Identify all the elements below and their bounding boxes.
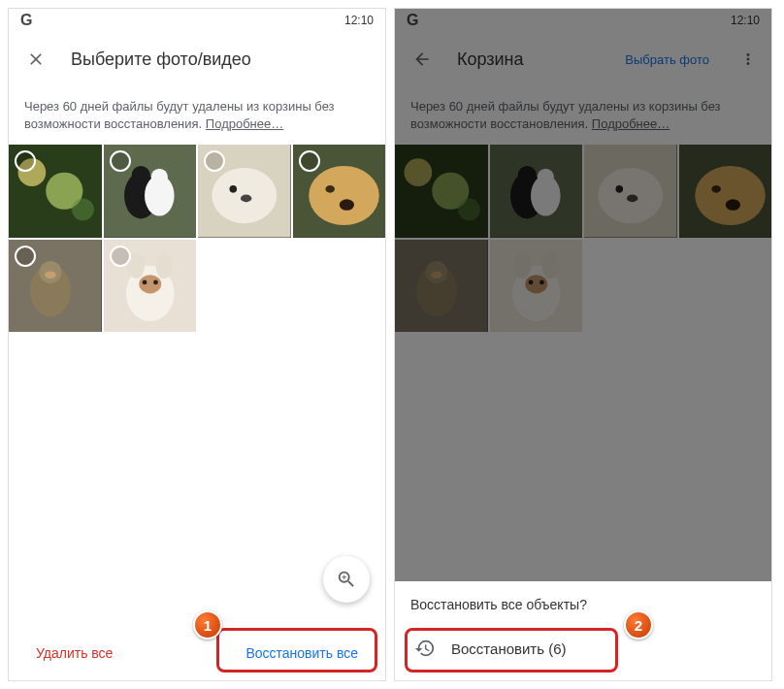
google-logo: G xyxy=(20,12,32,29)
selection-circle-icon xyxy=(15,246,36,267)
close-icon[interactable] xyxy=(16,40,55,79)
svg-point-14 xyxy=(309,166,379,225)
page-title: Выберите фото/видео xyxy=(71,49,377,70)
status-bar: G 12:10 xyxy=(9,9,385,32)
svg-point-12 xyxy=(241,195,251,203)
svg-point-8 xyxy=(150,169,167,185)
thumb-1[interactable] xyxy=(9,145,102,238)
selection-circle-icon xyxy=(110,246,131,267)
sheet-title: Восстановить все объекты? xyxy=(410,597,756,612)
svg-point-11 xyxy=(229,185,237,193)
restore-icon xyxy=(414,638,436,659)
restore-action-label: Восстановить (6) xyxy=(451,640,567,657)
svg-point-24 xyxy=(155,252,172,279)
restore-action[interactable]: Восстановить (6) xyxy=(410,628,756,669)
annotation-badge-1: 1 xyxy=(193,610,222,640)
header: Выберите фото/видео xyxy=(9,32,385,86)
bottom-sheet: Восстановить все объекты? Восстановить (… xyxy=(395,581,771,680)
svg-point-3 xyxy=(72,199,94,221)
learn-more-link[interactable]: Подробнее… xyxy=(206,116,283,131)
delete-all-button[interactable]: Удалить все xyxy=(24,636,124,671)
thumb-5[interactable] xyxy=(9,240,102,333)
selection-circle-icon xyxy=(110,150,131,172)
thumb-2[interactable] xyxy=(104,145,197,238)
zoom-fab[interactable] xyxy=(323,556,370,603)
dim-overlay[interactable] xyxy=(395,9,771,680)
svg-point-20 xyxy=(45,271,55,279)
svg-point-16 xyxy=(339,200,353,211)
phone-left: G 12:10 Выберите фото/видео Через 60 дне… xyxy=(8,8,386,681)
svg-point-25 xyxy=(139,275,161,293)
thumb-3[interactable] xyxy=(198,145,291,238)
restore-all-button[interactable]: Восстановить все xyxy=(234,636,370,671)
svg-point-7 xyxy=(131,166,149,184)
phone-right: G 12:10 Корзина Выбрать фото Через 60 дн… xyxy=(394,8,772,681)
photo-grid xyxy=(9,145,385,332)
svg-point-27 xyxy=(153,279,158,284)
annotation-badge-2: 2 xyxy=(624,610,653,640)
svg-point-26 xyxy=(142,279,147,284)
info-banner: Через 60 дней файлы будут удалены из кор… xyxy=(9,86,385,145)
selection-circle-icon xyxy=(299,150,320,172)
thumb-6[interactable] xyxy=(104,240,197,333)
svg-point-15 xyxy=(325,185,335,193)
thumb-4[interactable] xyxy=(293,145,386,238)
status-time: 12:10 xyxy=(344,14,374,27)
